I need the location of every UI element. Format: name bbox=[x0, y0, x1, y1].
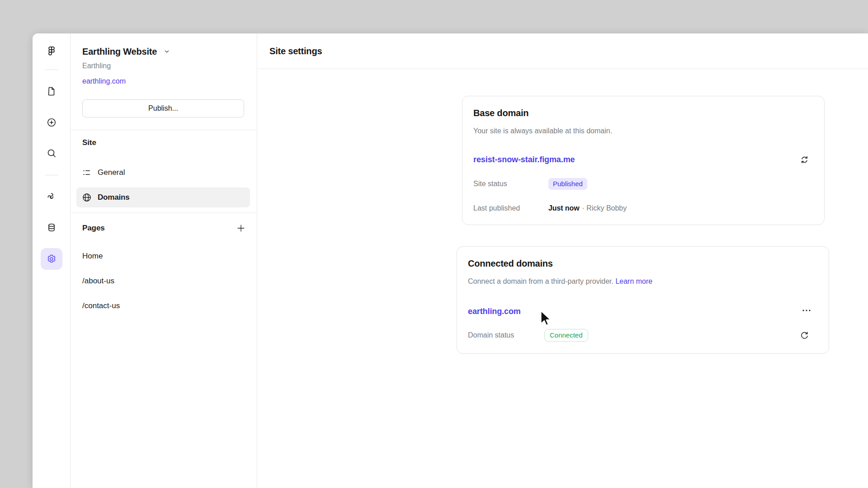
row-label: Last published bbox=[473, 204, 548, 212]
page-item-label: Home bbox=[82, 252, 103, 261]
page-item-about[interactable]: /about-us bbox=[76, 271, 250, 291]
cms-database-icon[interactable] bbox=[42, 218, 61, 238]
connected-domain-link[interactable]: earthling.com bbox=[468, 307, 521, 316]
app-window: Earthling Website Earthling earthling.co… bbox=[33, 33, 868, 488]
ellipsis-icon bbox=[801, 305, 812, 316]
figma-logo-icon bbox=[46, 45, 57, 57]
learn-more-link[interactable]: Learn more bbox=[615, 277, 652, 285]
last-published-author: · Ricky Bobby bbox=[582, 204, 627, 212]
add-page-button[interactable] bbox=[233, 221, 249, 236]
settings-gear-icon[interactable] bbox=[41, 248, 62, 270]
file-icon[interactable] bbox=[42, 81, 61, 101]
publish-button[interactable]: Publish... bbox=[82, 99, 244, 117]
chevron-down-icon bbox=[163, 47, 171, 56]
site-switcher[interactable]: Earthling Website bbox=[82, 45, 171, 58]
domain-status-row: Domain status Connected bbox=[468, 328, 818, 342]
connected-domains-card: Connected domains Connect a domain from … bbox=[457, 246, 829, 354]
site-name: Earthling Website bbox=[82, 47, 157, 57]
globe-icon bbox=[81, 192, 92, 203]
sidebar-item-domains[interactable]: Domains bbox=[76, 188, 250, 207]
row-label: Site status bbox=[473, 180, 548, 188]
site-status-row: Site status Published bbox=[473, 178, 813, 190]
connected-status-badge: Connected bbox=[544, 329, 588, 342]
published-status-badge: Published bbox=[548, 178, 587, 190]
refresh-button[interactable] bbox=[796, 327, 812, 343]
figma-logo-icon[interactable] bbox=[42, 41, 61, 61]
last-published-row: Last published Just now · Ricky Bobby bbox=[473, 202, 813, 215]
sidebar-divider bbox=[71, 212, 257, 213]
sidebar-item-label: General bbox=[98, 168, 125, 177]
sidebar: Earthling Website Earthling earthling.co… bbox=[71, 33, 257, 488]
card-description-text: Connect a domain from a third-party prov… bbox=[468, 277, 613, 285]
card-description: Connect a domain from a third-party prov… bbox=[468, 277, 652, 286]
base-domain-link[interactable]: resist-snow-stair.figma.me bbox=[473, 155, 575, 164]
pages-section-label: Pages bbox=[82, 224, 105, 233]
plus-icon bbox=[236, 223, 246, 233]
card-title: Connected domains bbox=[468, 258, 553, 269]
sidebar-item-general[interactable]: General bbox=[76, 163, 250, 183]
page-item-home[interactable]: Home bbox=[76, 246, 250, 266]
site-section-label: Site bbox=[82, 138, 96, 147]
sync-icon bbox=[799, 155, 810, 165]
sites-icon[interactable] bbox=[42, 187, 61, 207]
add-icon[interactable] bbox=[42, 113, 61, 132]
card-description: Your site is always available at this do… bbox=[473, 127, 612, 135]
page-item-label: /contact-us bbox=[82, 301, 120, 310]
more-options-button[interactable] bbox=[798, 302, 815, 319]
sync-button[interactable] bbox=[796, 151, 812, 168]
main-header: Site settings bbox=[258, 33, 868, 69]
page-item-label: /about-us bbox=[82, 277, 114, 286]
icon-rail bbox=[33, 33, 71, 488]
search-icon[interactable] bbox=[42, 143, 61, 163]
page-item-contact[interactable]: /contact-us bbox=[76, 296, 250, 316]
sidebar-domain-link[interactable]: earthling.com bbox=[82, 77, 126, 85]
rail-divider bbox=[45, 70, 58, 70]
last-published-value: Just now bbox=[548, 204, 580, 212]
page-title: Site settings bbox=[269, 46, 322, 56]
base-domain-card: Base domain Your site is always availabl… bbox=[462, 96, 825, 225]
row-label: Domain status bbox=[468, 331, 544, 339]
list-icon bbox=[81, 167, 92, 178]
main-content: Site settings Base domain Your site is a… bbox=[258, 33, 868, 488]
team-name: Earthling bbox=[82, 62, 111, 70]
rail-divider bbox=[45, 175, 58, 175]
sidebar-item-label: Domains bbox=[98, 193, 129, 202]
card-title: Base domain bbox=[473, 108, 528, 118]
refresh-icon bbox=[799, 330, 810, 341]
sidebar-divider bbox=[71, 130, 257, 130]
